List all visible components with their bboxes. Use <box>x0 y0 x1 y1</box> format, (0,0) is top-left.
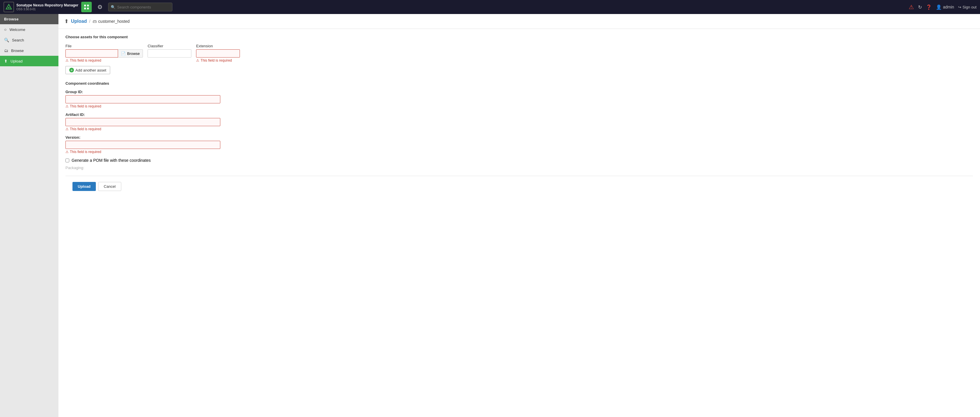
version-label: Version: <box>65 135 973 140</box>
generate-pom-label: Generate a POM file with these coordinat… <box>72 158 151 163</box>
file-error-text: This field is required <box>70 59 101 62</box>
brand-version: OSS 3.50.0-01 <box>16 8 78 11</box>
svg-rect-2 <box>84 5 86 6</box>
generate-pom-row: Generate a POM file with these coordinat… <box>65 158 973 163</box>
packaging-field: Packaging: <box>65 166 973 170</box>
upload-nav-icon: ⬆ <box>4 59 8 63</box>
file-input[interactable] <box>65 49 118 57</box>
alert-icon-button[interactable]: ⚠ <box>909 3 914 11</box>
file-error-icon: ⚠ <box>65 59 68 62</box>
packaging-label: Packaging: <box>65 166 973 170</box>
svg-rect-3 <box>87 5 89 6</box>
content-area: ⬆ Upload / 🗃 customer_hosted Choose asse… <box>59 14 980 417</box>
browse-button[interactable]: 📄 Browse <box>118 49 143 57</box>
group-id-error-text: This field is required <box>70 104 101 108</box>
extension-error-icon: ⚠ <box>196 59 199 62</box>
signout-icon: ↪ <box>958 5 961 10</box>
search-nav-icon: 🔍 <box>4 38 9 42</box>
file-field-group: File 📄 Browse ⚠ This field is required <box>65 44 143 62</box>
add-asset-label: Add another asset <box>75 68 107 73</box>
signout-button[interactable]: ↪ Sign out <box>958 5 977 10</box>
assets-section-title: Choose assets for this component <box>65 35 973 39</box>
brand-name: Sonatype Nexus Repository Manager <box>16 3 78 7</box>
version-error: ⚠ This field is required <box>65 150 973 154</box>
group-id-error-icon: ⚠ <box>65 104 68 108</box>
form-actions: Upload Cancel <box>65 176 973 197</box>
cancel-button[interactable]: Cancel <box>98 182 121 191</box>
browse-file-icon: 📄 <box>121 51 126 56</box>
sidebar-item-welcome[interactable]: ○ Welcome <box>0 24 59 35</box>
sidebar-item-browse[interactable]: 🗂 Browse <box>0 45 59 56</box>
upload-breadcrumb-icon: ⬆ <box>64 18 68 25</box>
classifier-input[interactable] <box>148 49 191 57</box>
top-navigation: Sonatype Nexus Repository Manager OSS 3.… <box>0 0 980 14</box>
artifact-id-field: Artifact ID: ⚠ This field is required <box>65 113 973 131</box>
artifact-id-error-text: This field is required <box>70 127 101 131</box>
svg-marker-0 <box>6 5 11 9</box>
sidebar-label-welcome: Welcome <box>10 27 25 32</box>
breadcrumb-upload-link[interactable]: Upload <box>71 19 87 24</box>
user-area[interactable]: 👤 admin <box>936 5 954 10</box>
version-field: Version: ⚠ This field is required <box>65 135 973 154</box>
svg-rect-5 <box>87 8 89 10</box>
extension-label: Extension <box>196 44 240 48</box>
coords-section: Component coordinates Group ID: ⚠ This f… <box>65 81 973 170</box>
refresh-button[interactable]: ↻ <box>918 5 922 10</box>
add-asset-icon: + <box>69 68 74 73</box>
version-input[interactable] <box>65 141 220 149</box>
file-row: File 📄 Browse ⚠ This field is required <box>65 44 973 62</box>
group-id-input[interactable] <box>65 95 220 103</box>
svg-point-1 <box>8 7 10 8</box>
sidebar-item-search[interactable]: 🔍 Search <box>0 35 59 45</box>
extension-error-msg: ⚠ This field is required <box>196 59 240 62</box>
breadcrumb-separator: / <box>89 19 90 24</box>
brand-logo-icon <box>3 2 14 12</box>
artifact-id-label: Artifact ID: <box>65 113 973 117</box>
version-error-icon: ⚠ <box>65 150 68 154</box>
artifact-id-input[interactable] <box>65 118 220 126</box>
sidebar-label-search: Search <box>12 38 24 42</box>
app-icon-button[interactable] <box>81 2 92 12</box>
file-label: File <box>65 44 143 48</box>
brand-text: Sonatype Nexus Repository Manager OSS 3.… <box>16 3 78 11</box>
version-error-text: This field is required <box>70 150 101 154</box>
signout-label: Sign out <box>963 5 977 10</box>
search-input[interactable] <box>117 5 170 10</box>
add-asset-button[interactable]: + Add another asset <box>65 66 110 74</box>
admin-label: admin <box>943 5 954 10</box>
sidebar-item-upload[interactable]: ⬆ Upload <box>0 56 59 66</box>
brand-area: Sonatype Nexus Repository Manager OSS 3.… <box>3 2 78 12</box>
search-icon: 🔍 <box>111 5 115 10</box>
topnav-right-area: ⚠ ↻ ❓ 👤 admin ↪ Sign out <box>909 3 977 11</box>
welcome-icon: ○ <box>4 27 6 32</box>
extension-field-group: Extension ⚠ This field is required <box>196 44 240 62</box>
coords-title: Component coordinates <box>65 81 973 86</box>
settings-button[interactable]: ⚙ <box>95 2 105 12</box>
sidebar-label-upload: Upload <box>11 59 22 63</box>
file-error-msg: ⚠ This field is required <box>65 59 143 62</box>
breadcrumb-repo: 🗃 customer_hosted <box>92 19 129 24</box>
sidebar-header: Browse <box>0 14 59 24</box>
browse-icon: 🗂 <box>4 48 8 53</box>
extension-error-text: This field is required <box>200 59 232 62</box>
classifier-field-group: Classifier <box>148 44 191 57</box>
upload-button[interactable]: Upload <box>72 182 96 191</box>
artifact-id-error-icon: ⚠ <box>65 127 68 131</box>
sidebar-label-browse: Browse <box>11 49 24 53</box>
generate-pom-checkbox[interactable] <box>65 159 69 162</box>
group-id-field: Group ID: ⚠ This field is required <box>65 90 973 108</box>
help-button[interactable]: ❓ <box>926 5 932 10</box>
svg-rect-4 <box>84 8 86 10</box>
group-id-label: Group ID: <box>65 90 973 94</box>
group-id-error: ⚠ This field is required <box>65 104 973 108</box>
artifact-id-error: ⚠ This field is required <box>65 127 973 131</box>
sidebar: Browse ○ Welcome 🔍 Search 🗂 Browse ⬆ Upl… <box>0 14 59 417</box>
classifier-label: Classifier <box>148 44 191 48</box>
repo-icon: 🗃 <box>92 19 97 24</box>
extension-input[interactable] <box>196 49 240 57</box>
search-bar[interactable]: 🔍 <box>108 3 172 11</box>
form-area: Choose assets for this component File 📄 … <box>59 29 980 203</box>
repo-name: customer_hosted <box>98 19 129 24</box>
breadcrumb-bar: ⬆ Upload / 🗃 customer_hosted <box>59 14 980 29</box>
main-layout: Browse ○ Welcome 🔍 Search 🗂 Browse ⬆ Upl… <box>0 14 980 417</box>
